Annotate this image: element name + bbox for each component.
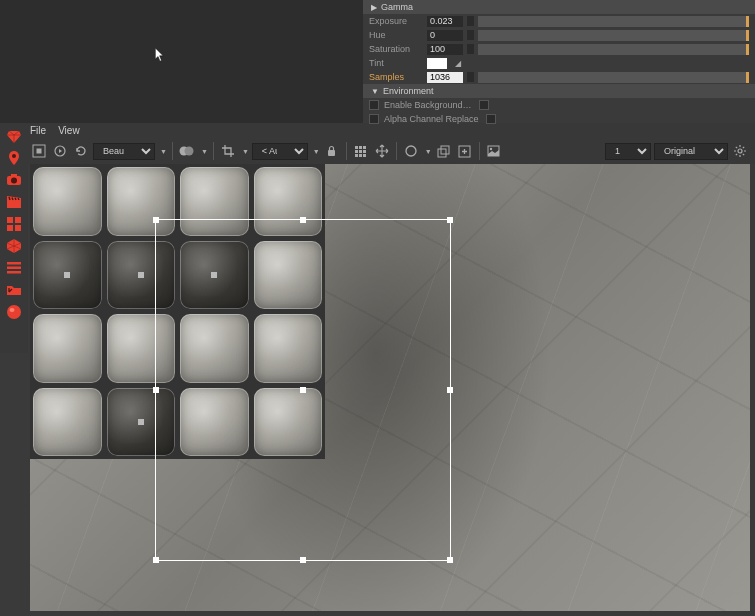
svg-rect-7	[359, 146, 362, 149]
exposure-slider[interactable]	[478, 16, 749, 27]
svg-rect-32	[7, 267, 21, 270]
svg-rect-14	[363, 154, 366, 157]
environment-header-label: Environment	[383, 86, 434, 96]
svg-rect-28	[15, 217, 21, 223]
hue-input[interactable]	[427, 30, 463, 41]
hue-slider[interactable]	[478, 30, 749, 41]
svg-rect-31	[7, 262, 21, 265]
rail-pin-icon[interactable]	[3, 147, 25, 169]
svg-rect-25	[11, 174, 17, 177]
play-button[interactable]	[51, 142, 69, 160]
svg-point-34	[7, 305, 21, 319]
svg-point-22	[12, 154, 16, 158]
svg-rect-5	[328, 150, 335, 156]
samples-spinner[interactable]	[467, 72, 474, 83]
saturation-slider[interactable]	[478, 44, 749, 55]
chevron-down-icon: ▼	[425, 148, 432, 155]
properties-panel: ▶Gamma Exposure Hue Saturation Tint ◢ Sa…	[363, 0, 755, 123]
svg-rect-1	[37, 149, 42, 154]
svg-rect-30	[15, 225, 21, 231]
menu-view[interactable]: View	[58, 125, 80, 136]
enable-background-toggle2[interactable]	[479, 100, 489, 110]
circle-icon[interactable]	[402, 142, 420, 160]
samples-input[interactable]	[427, 72, 463, 83]
alpha-replace-label: Alpha Channel Replace	[384, 114, 479, 124]
render-button[interactable]	[30, 142, 48, 160]
refresh-button[interactable]	[72, 142, 90, 160]
swap-icon[interactable]	[435, 142, 453, 160]
gamma-section-header[interactable]: ▶Gamma	[363, 0, 755, 14]
rail-gem-icon[interactable]	[3, 125, 25, 147]
exposure-input[interactable]	[427, 16, 463, 27]
tint-label: Tint	[369, 58, 423, 68]
rail-sphere-icon[interactable]	[3, 301, 25, 323]
chevron-down-icon: ▼	[242, 148, 249, 155]
svg-point-15	[406, 146, 416, 156]
crop-button[interactable]	[219, 142, 237, 160]
svg-rect-29	[7, 225, 13, 231]
rail-scene-icon[interactable]	[3, 235, 25, 257]
menu-file[interactable]: File	[30, 125, 46, 136]
image-icon[interactable]	[485, 142, 503, 160]
alpha-replace-checkbox[interactable]	[369, 114, 379, 124]
svg-rect-9	[355, 150, 358, 153]
auto-select[interactable]: < Auto >	[252, 143, 308, 160]
enable-background-label: Enable Background…	[384, 100, 472, 110]
saturation-label: Saturation	[369, 44, 423, 54]
gear-icon[interactable]	[731, 142, 749, 160]
rail-effects-icon[interactable]	[3, 213, 25, 235]
tint-colorpicker-button[interactable]: ◢	[451, 57, 465, 69]
exposure-spinner[interactable]	[467, 16, 474, 27]
tint-color-swatch[interactable]	[427, 58, 447, 69]
tile-grid	[30, 164, 325, 459]
rail-clapper-icon[interactable]	[3, 191, 25, 213]
samples-label: Samples	[369, 72, 423, 82]
svg-rect-17	[441, 146, 449, 154]
svg-rect-16	[438, 149, 446, 157]
shape-circle-button[interactable]	[178, 142, 196, 160]
size-select[interactable]: Original Size	[654, 143, 728, 160]
lock-icon[interactable]	[323, 142, 341, 160]
svg-point-24	[11, 178, 17, 184]
gamma-header-label: Gamma	[381, 2, 413, 12]
hue-label: Hue	[369, 30, 423, 40]
hue-spinner[interactable]	[467, 30, 474, 41]
render-viewport[interactable]	[30, 164, 750, 611]
svg-rect-6	[355, 146, 358, 149]
saturation-input[interactable]	[427, 44, 463, 55]
chevron-down-icon: ▼	[160, 148, 167, 155]
svg-rect-8	[363, 146, 366, 149]
svg-rect-33	[7, 271, 21, 274]
svg-rect-11	[363, 150, 366, 153]
samples-slider[interactable]	[478, 72, 749, 83]
chevron-down-icon: ▼	[313, 148, 320, 155]
rail-camera-icon[interactable]	[3, 169, 25, 191]
alpha-replace-toggle2[interactable]	[486, 114, 496, 124]
svg-point-35	[10, 308, 15, 312]
chevron-down-icon: ▼	[201, 148, 208, 155]
grid-icon[interactable]	[352, 142, 370, 160]
cursor-pointer-icon	[155, 48, 165, 62]
svg-point-21	[738, 149, 742, 153]
environment-section-header[interactable]: ▼Environment	[363, 84, 755, 98]
svg-rect-26	[7, 200, 21, 208]
rail-folder-icon[interactable]	[3, 279, 25, 301]
svg-rect-10	[359, 150, 362, 153]
svg-rect-13	[359, 154, 362, 157]
svg-rect-27	[7, 217, 13, 223]
exposure-label: Exposure	[369, 16, 423, 26]
rail-list-icon[interactable]	[3, 257, 25, 279]
tool-rail	[0, 123, 28, 353]
render-pass-select[interactable]: Beauty	[93, 143, 155, 160]
enable-background-checkbox[interactable]	[369, 100, 379, 110]
viewer-toolbar: Beauty ▼ ▼ ▼ < Auto > ▼ ▼ 100 % Original…	[0, 138, 755, 164]
zoom-select[interactable]: 100 %	[605, 143, 651, 160]
saturation-spinner[interactable]	[467, 44, 474, 55]
add-image-icon[interactable]	[456, 142, 474, 160]
move-icon[interactable]	[373, 142, 391, 160]
svg-rect-12	[355, 154, 358, 157]
svg-point-20	[490, 148, 492, 150]
workspace-empty-area	[0, 0, 363, 123]
svg-point-4	[185, 147, 194, 156]
